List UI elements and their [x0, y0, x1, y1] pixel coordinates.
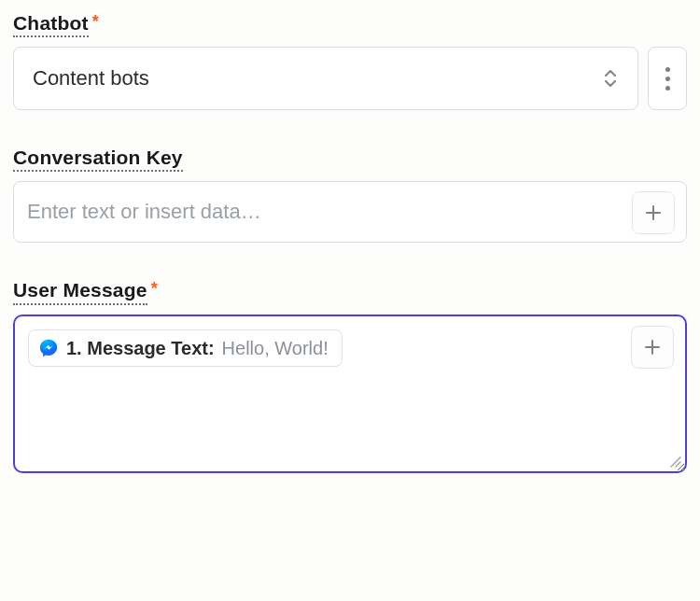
chatbot-field: Chatbot * Content bots	[13, 11, 687, 110]
insert-data-button[interactable]	[632, 191, 675, 234]
chatbot-select[interactable]: Content bots	[13, 47, 638, 110]
conversation-key-label-row: Conversation Key	[13, 146, 687, 172]
plus-icon	[644, 203, 663, 222]
insert-data-button[interactable]	[631, 326, 674, 369]
user-message-label: User Message	[13, 278, 147, 304]
message-token-label: 1. Message Text:	[66, 339, 215, 357]
user-message-input[interactable]: 1. Message Text: Hello, World!	[13, 314, 687, 473]
user-message-label-row: User Message *	[13, 278, 687, 304]
conversation-key-input[interactable]: Enter text or insert data…	[13, 181, 687, 243]
chatbot-label: Chatbot	[13, 11, 89, 37]
plus-icon	[643, 338, 662, 356]
messenger-icon	[38, 338, 59, 358]
conversation-key-placeholder: Enter text or insert data…	[27, 193, 261, 231]
conversation-key-field: Conversation Key Enter text or insert da…	[13, 146, 687, 243]
chatbot-controls: Content bots	[13, 47, 687, 110]
required-mark: *	[151, 280, 158, 297]
chatbot-more-button[interactable]	[648, 47, 687, 110]
resize-handle-icon	[668, 454, 681, 468]
dot-icon	[665, 77, 670, 81]
message-token[interactable]: 1. Message Text: Hello, World!	[28, 329, 343, 367]
dot-icon	[665, 67, 670, 72]
required-mark: *	[92, 13, 99, 30]
message-token-value: Hello, World!	[222, 339, 329, 357]
chatbot-select-value: Content bots	[33, 66, 149, 91]
user-message-field: User Message * 1. Message Text:	[13, 278, 687, 472]
chatbot-label-row: Chatbot *	[13, 11, 687, 37]
chevron-up-down-icon	[602, 67, 619, 90]
conversation-key-label: Conversation Key	[13, 146, 183, 172]
dot-icon	[665, 86, 670, 91]
